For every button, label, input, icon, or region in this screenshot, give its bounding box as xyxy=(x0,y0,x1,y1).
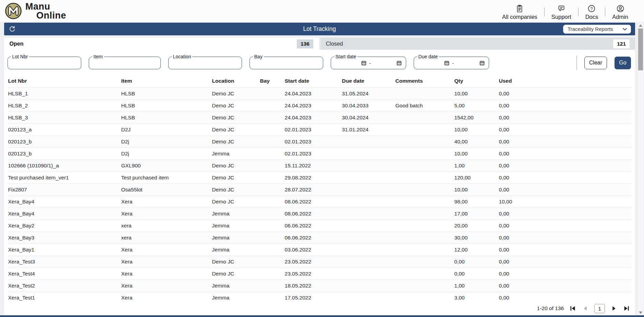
table-cell: 0,00 xyxy=(498,112,632,124)
table-cell: 15.11.2022 xyxy=(284,160,341,172)
topbar-action-admin[interactable]: Admin xyxy=(605,2,635,20)
report-select[interactable]: Traceability Reports xyxy=(563,25,631,34)
table-row[interactable]: Xera_Bay1XeraJemma03.06.202212,000,00 xyxy=(8,244,632,256)
scroll-up-icon[interactable] xyxy=(638,23,643,28)
table-row[interactable]: Xera_Bay3xeraJemma06.06.202230,000,00 xyxy=(8,232,632,244)
table-row[interactable]: Xera_Bay2xeraJemma06.06.202220,000,00 xyxy=(8,220,632,232)
tab-open[interactable]: Open 136 xyxy=(4,38,319,50)
last-page-icon[interactable] xyxy=(623,305,630,312)
vertical-scrollbar[interactable] xyxy=(638,23,643,315)
page-number-input[interactable]: 1 xyxy=(594,304,605,313)
calendar-icon[interactable] xyxy=(361,60,367,66)
table-cell xyxy=(259,172,284,184)
next-page-icon[interactable] xyxy=(610,305,618,312)
sidebar-item-edit-menu[interactable]: Edit menu xyxy=(0,309,1,315)
clear-button[interactable]: Clear xyxy=(584,57,607,69)
item-input[interactable]: Item xyxy=(89,57,161,69)
column-header-used[interactable]: Used xyxy=(498,75,632,88)
table-cell xyxy=(259,100,284,112)
table-cell: Xera xyxy=(121,196,211,208)
tab-closed[interactable]: Closed 121 xyxy=(320,38,635,50)
column-header-qty[interactable]: Qty xyxy=(454,75,498,88)
start-date-input[interactable]: Start date - xyxy=(331,57,406,69)
table-row[interactable]: 020123_aD2JDemo JC02.01.202331.01.202410… xyxy=(8,124,632,136)
table-cell xyxy=(395,88,454,100)
page-title: Lot Tracking xyxy=(4,25,635,33)
start-date-label: Start date xyxy=(334,54,358,59)
table-cell xyxy=(395,208,454,220)
topbar-action-support[interactable]: Support xyxy=(545,2,578,20)
table-cell xyxy=(395,124,454,136)
first-page-icon[interactable] xyxy=(569,305,576,312)
column-header-item[interactable]: Item xyxy=(121,75,211,88)
table-cell xyxy=(259,244,284,256)
table-row[interactable]: Xera_Test1XeraJemma17.05.20223,000,00 xyxy=(8,292,632,302)
due-date-input[interactable]: Due date - xyxy=(414,57,489,69)
go-button[interactable]: Go xyxy=(615,57,631,69)
table-cell xyxy=(395,184,454,196)
app-window: Manu Online All companiesSupport?DocsAdm… xyxy=(0,0,644,317)
table-cell: Jemma xyxy=(211,232,259,244)
table-cell: D2J xyxy=(121,124,211,136)
table-cell: 29.08.2022 xyxy=(284,172,341,184)
table-cell: Demo JC xyxy=(211,184,259,196)
table-cell: 0,00 xyxy=(498,244,632,256)
table-cell xyxy=(395,148,454,160)
scroll-down-icon[interactable] xyxy=(638,310,643,315)
table-cell: D2j xyxy=(121,136,211,148)
table-cell xyxy=(395,268,454,280)
topbar-action-docs[interactable]: ?Docs xyxy=(579,2,605,20)
date-separator: - xyxy=(452,60,454,66)
table-cell xyxy=(259,160,284,172)
table-cell: 08.06.2022 xyxy=(284,208,341,220)
calendar-icon[interactable] xyxy=(396,60,402,66)
column-header-bay[interactable]: Bay xyxy=(259,75,284,88)
table-cell: HLSB xyxy=(121,112,211,124)
table-row[interactable]: HLSB_3HLSBDemo JC24.04.202330.04.2024154… xyxy=(8,112,632,124)
table-cell xyxy=(341,220,395,232)
topbar-actions: All companiesSupport?DocsAdmin xyxy=(495,2,635,20)
topbar-action-label: Docs xyxy=(585,14,598,20)
column-header-comments[interactable]: Comments xyxy=(395,75,454,88)
due-date-label: Due date xyxy=(417,54,439,59)
table-row[interactable]: 020123_bD2jDemo JC02.01.202340,000,00 xyxy=(8,136,632,148)
table-row[interactable]: Xera_Bay4XeraJemma08.06.202217,000,00 xyxy=(8,208,632,220)
calendar-icon[interactable] xyxy=(479,60,485,66)
table-row[interactable]: HLSB_2HLSBDemo JC24.04.202330.04.2033Goo… xyxy=(8,100,632,112)
table-row[interactable]: Fix2807Osa55lotDemo JC28.07.202210,000,0… xyxy=(8,184,632,196)
table-cell: 020123_b xyxy=(8,148,121,160)
table-cell: Jemma xyxy=(211,208,259,220)
bay-input[interactable]: Bay xyxy=(250,57,323,69)
table-cell xyxy=(341,232,395,244)
table-cell: Xera_Test4 xyxy=(8,268,121,280)
table-row[interactable]: Xera_Test4XeraDemo JC23.05.20220,000,00 xyxy=(8,268,632,280)
column-header-location[interactable]: Location xyxy=(211,75,259,88)
column-header-lot-nbr[interactable]: Lot Nbr xyxy=(8,75,121,88)
table-cell xyxy=(259,136,284,148)
calendar-icon[interactable] xyxy=(444,60,450,66)
table-row[interactable]: Xera_Test3XeraDemo JC23.05.20220,000,00 xyxy=(8,256,632,268)
table-row[interactable]: 102666 (101090/1)_aGXL900Demo JC15.11.20… xyxy=(8,160,632,172)
table-cell: 0,00 xyxy=(498,136,632,148)
location-input[interactable]: Location xyxy=(168,57,242,69)
topbar-action-all-companies[interactable]: All companies xyxy=(495,2,544,20)
table-cell xyxy=(259,124,284,136)
table-cell xyxy=(259,280,284,292)
table-row[interactable]: Test purchased item_ver1Test purchased i… xyxy=(8,172,632,184)
table-row[interactable]: Xera_Test2XeraJemma18.05.20221,000,00 xyxy=(8,280,632,292)
table-row[interactable]: HLSB_1HLSBDemo JC24.04.202331.05.202410,… xyxy=(8,88,632,100)
topbar: Manu Online All companiesSupport?DocsAdm… xyxy=(0,0,644,22)
table-cell: 0,00 xyxy=(498,220,632,232)
lot-nbr-input[interactable]: Lot Nbr xyxy=(8,57,81,69)
table-cell: HLSB_1 xyxy=(8,88,121,100)
table-cell xyxy=(259,196,284,208)
filter-row: Lot Nbr Item Location Bay Start date xyxy=(4,50,635,73)
scrollbar-thumb[interactable] xyxy=(638,28,643,70)
column-header-due-date[interactable]: Due date xyxy=(341,75,395,88)
table-row[interactable]: Xera_Bay4XeraDemo JC08.06.202298,0010,00 xyxy=(8,196,632,208)
prev-page-icon[interactable] xyxy=(582,305,589,312)
column-header-start-date[interactable]: Start date xyxy=(284,75,341,88)
table-row[interactable]: 020123_bD2jJemma02.01.202310,000,00 xyxy=(8,148,632,160)
table-cell: 120,00 xyxy=(454,172,498,184)
table-cell xyxy=(259,220,284,232)
